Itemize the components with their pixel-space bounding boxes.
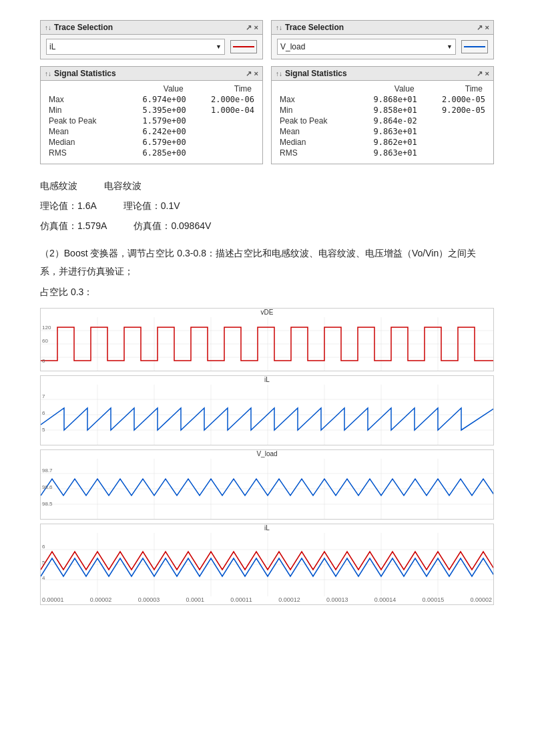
right-stats-close-icon[interactable]: × xyxy=(485,69,489,78)
stat-value: 6.579e+00 xyxy=(120,137,188,148)
left-trace-sort-icon: ↑↓ xyxy=(45,24,51,31)
left-trace-color-box[interactable] xyxy=(230,40,257,53)
right-trace-chevron-icon: ▼ xyxy=(447,43,453,50)
chart-il2-title: iL xyxy=(41,524,493,532)
duty-label: 占空比 0.3： xyxy=(40,287,494,299)
stat-time: 2.000e-06 xyxy=(189,94,257,105)
svg-text:0: 0 xyxy=(42,358,45,364)
left-label-1: 电感纹波 xyxy=(40,176,77,195)
left-col-time-header: Time xyxy=(189,83,257,94)
stat-time xyxy=(189,148,257,158)
svg-text:6: 6 xyxy=(42,410,45,416)
right-trace-close-icon[interactable]: × xyxy=(485,23,489,32)
text-row-3: 仿真值：1.579A 仿真值：0.09864V xyxy=(40,216,494,235)
right-trace-title: Trace Selection xyxy=(285,23,344,32)
chart-vde-area: 120 60 0 xyxy=(41,317,493,371)
left-trace-title: Trace Selection xyxy=(54,23,113,32)
stat-label: Median xyxy=(46,137,120,148)
right-trace-color-box[interactable] xyxy=(461,40,488,53)
x-label-9: 0.00015 xyxy=(423,596,445,603)
stat-value: 9.868e+01 xyxy=(351,94,419,105)
table-row: Median 9.862e+01 xyxy=(277,137,488,148)
left-theory-value: 理论值：1.6A xyxy=(40,196,97,215)
svg-text:60: 60 xyxy=(42,338,48,344)
stat-time: 9.200e-05 xyxy=(420,105,488,116)
right-col-value-header: Value xyxy=(351,83,419,94)
text-section: 电感纹波 电容纹波 理论值：1.6A 理论值：0.1V 仿真值：1.579A 仿… xyxy=(40,176,494,235)
table-row: Peak to Peak 9.864e-02 xyxy=(277,116,488,126)
stat-time xyxy=(420,116,488,126)
x-label-8: 0.00014 xyxy=(374,596,396,603)
left-stats-expand-icon[interactable]: ↗ xyxy=(246,69,252,78)
table-row: Min 9.858e+01 9.200e-05 xyxy=(277,105,488,116)
right-trace-expand-icon[interactable]: ↗ xyxy=(477,23,483,32)
svg-text:4: 4 xyxy=(42,575,45,581)
stat-label: Min xyxy=(46,105,120,116)
chart-il: iL 7 6 5 xyxy=(40,375,494,445)
stat-label: Max xyxy=(46,94,120,105)
stat-label: Peak to Peak xyxy=(46,116,120,126)
right-trace-dropdown[interactable]: V_load ▼ xyxy=(277,39,456,55)
stat-label: RMS xyxy=(277,148,351,158)
main-content: ↑↓ Trace Selection ↗ × iL ▼ xyxy=(40,20,494,605)
stat-time xyxy=(189,116,257,126)
stat-time xyxy=(189,137,257,148)
left-trace-dropdown[interactable]: iL ▼ xyxy=(46,39,225,55)
right-stats-header: ↑↓ Signal Statistics ↗ × xyxy=(272,67,493,81)
x-label-1: 0.00001 xyxy=(42,596,64,603)
left-trace-close-icon[interactable]: × xyxy=(254,23,258,32)
chart-vload-title: V_load xyxy=(41,450,493,457)
paragraph-content: （2）Boost 变换器，调节占空比 0.3-0.8：描述占空比和电感纹波、电容… xyxy=(40,248,476,276)
stats-panels-row: ↑↓ Signal Statistics ↗ × Value Time xyxy=(40,66,494,164)
stat-label: RMS xyxy=(46,148,120,158)
chart-section: vDE 120 xyxy=(40,308,494,605)
right-trace-body: V_load ▼ xyxy=(272,35,493,59)
left-trace-chevron-icon: ▼ xyxy=(216,43,222,50)
stat-time xyxy=(420,148,488,158)
right-stats-expand-icon[interactable]: ↗ xyxy=(477,69,483,78)
stat-label: Mean xyxy=(277,126,351,137)
x-label-5: 0.00011 xyxy=(230,596,252,603)
table-row: Median 6.579e+00 xyxy=(46,137,257,148)
table-row: Mean 9.863e+01 xyxy=(277,126,488,137)
stat-time xyxy=(420,126,488,137)
x-label-6: 0.00012 xyxy=(278,596,300,603)
x-label-2: 0.00002 xyxy=(90,596,112,603)
x-label-10: 0.00002 xyxy=(470,596,492,603)
svg-text:6: 6 xyxy=(42,544,45,550)
left-trace-expand-icon[interactable]: ↗ xyxy=(246,23,252,32)
right-stats-title: Signal Statistics xyxy=(285,69,347,78)
stat-label: Median xyxy=(277,137,351,148)
right-sim-value: 仿真值：0.09864V xyxy=(134,216,211,235)
left-stats-panel: ↑↓ Signal Statistics ↗ × Value Time xyxy=(40,66,263,164)
svg-text:7: 7 xyxy=(42,393,45,399)
stat-value: 6.974e+00 xyxy=(120,94,188,105)
right-col-time-header: Time xyxy=(420,83,488,94)
stat-value: 9.862e+01 xyxy=(351,137,419,148)
left-col-value-header: Value xyxy=(120,83,188,94)
left-stats-close-icon[interactable]: × xyxy=(254,69,258,78)
left-stats-sort-icon: ↑↓ xyxy=(45,70,51,77)
paragraph-text: （2）Boost 变换器，调节占空比 0.3-0.8：描述占空比和电感纹波、电容… xyxy=(40,244,494,280)
stat-value: 5.395e+00 xyxy=(120,105,188,116)
stat-label: Mean xyxy=(46,126,120,137)
right-stats-panel: ↑↓ Signal Statistics ↗ × Value Time xyxy=(271,66,494,164)
right-trace-panel: ↑↓ Trace Selection ↗ × V_load ▼ xyxy=(271,20,494,59)
table-row: Peak to Peak 1.579e+00 xyxy=(46,116,257,126)
svg-text:5: 5 xyxy=(42,560,45,566)
stat-time xyxy=(420,137,488,148)
stat-value: 9.863e+01 xyxy=(351,126,419,137)
svg-text:5: 5 xyxy=(42,427,45,433)
chart-vde-title: vDE xyxy=(41,309,493,316)
text-row-2: 理论值：1.6A 理论值：0.1V xyxy=(40,196,494,215)
stat-time xyxy=(189,126,257,137)
svg-text:120: 120 xyxy=(42,325,51,331)
stat-label: Min xyxy=(277,105,351,116)
right-trace-value: V_load xyxy=(280,42,305,51)
stat-value: 6.242e+00 xyxy=(120,126,188,137)
stat-value: 1.579e+00 xyxy=(120,116,188,126)
stat-label: Peak to Peak xyxy=(277,116,351,126)
chart-il2: iL 6 5 xyxy=(40,524,494,605)
chart-il-title: iL xyxy=(41,376,493,383)
chart-il2-xaxis: 0.00001 0.00002 0.00003 0.0001 0.00011 0… xyxy=(41,596,493,604)
